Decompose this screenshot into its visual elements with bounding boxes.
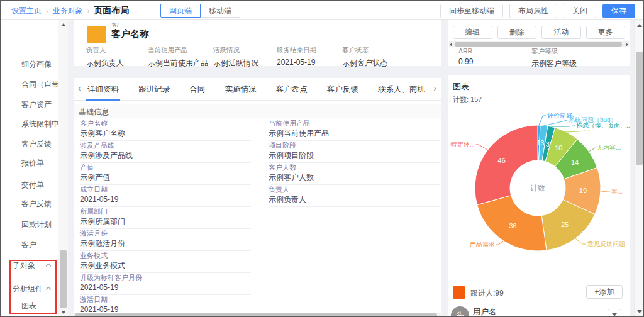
field-value: 示例客户状态 — [342, 58, 387, 69]
slice-label: 特定环... — [451, 141, 475, 148]
field-label: 客户名称 — [80, 120, 251, 128]
sidebar-section-label: 子对象 — [13, 261, 35, 270]
chevron-right-icon: › — [87, 7, 90, 14]
field-label: 当前使用产品 — [148, 46, 208, 55]
field-label: 升级为标杆客户月份 — [80, 274, 251, 282]
scroll-up-icon[interactable] — [61, 23, 66, 26]
field-value: 示例客户人数 — [269, 173, 440, 185]
fields-column-right: 当前使用产品示例当前使用产品项目阶段示例项目阶段客户人数示例客户人数负责人示例负… — [269, 120, 440, 208]
detail-field[interactable]: 项目阶段示例项目阶段 — [269, 142, 440, 164]
delete-button[interactable]: 删除 — [497, 26, 537, 39]
detail-field[interactable]: 客户名称示例客户名称 — [80, 120, 251, 142]
callout-line — [476, 145, 487, 150]
more-button[interactable]: 更多 — [586, 26, 626, 39]
detail-field[interactable]: 成立日期2021-05-19 — [80, 186, 251, 208]
record-action-buttons: 编辑删除活动更多 — [453, 26, 625, 39]
add-follower-button[interactable]: +添加 — [586, 285, 623, 299]
field-value: 示例负责人 — [269, 195, 440, 207]
toggle-mobile[interactable]: 移动端 — [200, 4, 240, 18]
chevron-up-icon — [46, 264, 51, 269]
tab-5[interactable]: 客户盘点 — [276, 78, 308, 101]
detail-field[interactable]: 激活月份示例激活月份 — [80, 230, 251, 252]
customer-level-field: 客户等级 示例客户等级 — [531, 47, 577, 69]
tab-scroll-right-icon[interactable]: › — [433, 83, 436, 93]
slice-label: 产品需求 — [470, 241, 495, 248]
field-value: 示例项目阶段 — [269, 151, 440, 163]
tab-2[interactable]: 跟进记录 — [138, 78, 170, 101]
scroll-down-icon[interactable] — [637, 310, 642, 313]
sidebar-scroll-thumb[interactable] — [60, 250, 67, 308]
field-label: 产值 — [80, 164, 251, 172]
field-value: 示例当前使用产品 — [148, 58, 208, 69]
page-layout-editor: 设置主页›业务对象›页面布局 网页端 移动端 同步至移动端 布局属性 关闭 保存… — [0, 0, 644, 317]
field-value: 示例产值 — [80, 173, 251, 185]
field-value: 示例客户等级 — [531, 58, 577, 69]
sync-to-mobile-button[interactable]: 同步至移动端 — [440, 4, 503, 18]
sidebar-section-analysis[interactable]: 分析组件 — [13, 282, 63, 295]
detail-field[interactable]: 升级为标杆客户月份2021-05-19 — [80, 274, 251, 296]
field-value: 示例活跃情况 — [213, 58, 258, 69]
slice-value: 19 — [579, 187, 587, 194]
tab-7[interactable]: 联系人、商机 — [378, 78, 425, 101]
customer-header-card: 客/ 客户名称 负责人示例负责人当前使用产品示例当前使用产品活跃情况示例活跃情况… — [74, 20, 441, 66]
detail-field[interactable]: 所属部门示例所属部门 — [80, 208, 251, 230]
customer-avatar — [87, 26, 106, 43]
right-scroll-thumb[interactable] — [636, 52, 643, 165]
detail-field[interactable]: 客户人数示例客户人数 — [269, 164, 440, 186]
followers-label: 跟进人:99 — [470, 288, 504, 299]
user-dropdown-button[interactable] — [608, 309, 621, 317]
detail-field[interactable]: 当前使用产品示例当前使用产品 — [269, 120, 440, 142]
section-header: 基础信息 — [74, 104, 441, 118]
field-label: 涉及产品线 — [80, 142, 251, 150]
donut-chart[interactable]: 1评价良好3系统问题（bug）3抱怨（慢、页面、...10·14无内容...19… — [448, 80, 630, 287]
tab-6[interactable]: 客户反馈 — [327, 78, 358, 101]
hscroll-thumb[interactable] — [455, 42, 622, 47]
breadcrumb-item[interactable]: 设置主页 — [11, 6, 42, 16]
detail-field[interactable]: 激活日期2021-05-19 — [80, 296, 251, 313]
callout-line — [543, 120, 567, 126]
slice-value: 3 — [540, 139, 544, 147]
tab-3[interactable]: 合同 — [189, 78, 205, 101]
edit-button[interactable]: 编辑 — [453, 26, 492, 39]
field-label: 客户状态 — [342, 46, 387, 55]
donut-center-label: 计数 — [530, 184, 545, 192]
callout-line — [539, 116, 546, 125]
field-label: 服务结束日期 — [277, 46, 316, 55]
toggle-web[interactable]: 网页端 — [160, 4, 201, 18]
breadcrumb-item[interactable]: 业务对象 — [53, 6, 83, 16]
hscroll-thumb[interactable] — [75, 313, 437, 317]
pie-slice[interactable] — [475, 125, 538, 205]
close-button[interactable]: 关闭 — [564, 4, 596, 18]
detail-field[interactable]: 产值示例产值 — [80, 164, 251, 186]
followers-row: 跟进人:99 +添加 — [448, 285, 630, 303]
save-button[interactable]: 保存 — [602, 4, 635, 18]
chevron-up-icon — [46, 287, 51, 292]
scroll-down-icon[interactable] — [61, 311, 66, 314]
layout-properties-button[interactable]: 布局属性 — [509, 4, 557, 18]
scroll-right-icon[interactable] — [626, 43, 628, 47]
tab-4[interactable]: 实施情况 — [225, 78, 256, 101]
right-scrollbar[interactable] — [634, 20, 644, 317]
detail-field[interactable]: 负责人示例负责人 — [269, 186, 440, 208]
slice-label: 客... — [611, 188, 623, 195]
record-card-hscrollbar[interactable] — [449, 41, 629, 47]
scroll-up-icon[interactable] — [637, 24, 642, 27]
detail-field[interactable]: 涉及产品线示例涉及产品线 — [80, 142, 251, 164]
tab-1[interactable]: 详细资料 — [87, 78, 119, 101]
activity-button[interactable]: 活动 — [541, 26, 581, 39]
customer-name: 客户名称 — [111, 28, 149, 40]
main-hscrollbar[interactable] — [74, 313, 441, 317]
scroll-left-icon[interactable] — [450, 43, 452, 47]
field-value: 示例负责人 — [86, 58, 124, 69]
sidebar-section-sub-objects[interactable]: 子对象 — [13, 259, 63, 272]
callout-line — [551, 126, 575, 126]
field-value: 0.99 — [458, 57, 473, 66]
record-actions-card: 编辑删除活动更多 ARR 0.99 客户等级 示例客户等级 — [448, 20, 630, 66]
sidebar-scrollbar[interactable] — [58, 20, 68, 317]
customer-field: 当前使用产品示例当前使用产品 — [148, 46, 208, 69]
tab-scroll-left-icon[interactable]: ‹ — [78, 83, 81, 93]
field-label: 业务模式 — [80, 252, 251, 260]
detail-field[interactable]: 业务模式示例业务模式 — [80, 252, 251, 274]
field-label: 负责人 — [86, 46, 124, 55]
field-value: 2021-05-19 — [80, 283, 251, 295]
